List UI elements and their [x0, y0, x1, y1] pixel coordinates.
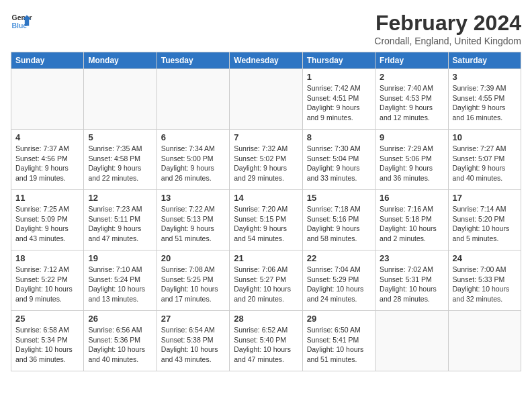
- day-number: 27: [161, 314, 225, 324]
- day-number: 8: [307, 132, 371, 142]
- calendar-cell: 6Sunrise: 7:34 AM Sunset: 5:00 PM Daylig…: [157, 130, 229, 190]
- calendar-cell: 28Sunrise: 6:52 AM Sunset: 5:40 PM Dayli…: [230, 311, 302, 371]
- day-info: Sunrise: 7:30 AM Sunset: 5:04 PM Dayligh…: [307, 144, 371, 183]
- calendar-cell: 10Sunrise: 7:27 AM Sunset: 5:07 PM Dayli…: [448, 130, 521, 190]
- month-title: February 2024: [374, 11, 521, 36]
- calendar-cell: [448, 311, 521, 371]
- calendar-cell: [84, 69, 157, 130]
- day-number: 16: [380, 193, 443, 203]
- logo-icon: General Blue: [11, 11, 32, 32]
- calendar-header-row: SundayMondayTuesdayWednesdayThursdayFrid…: [11, 52, 521, 69]
- location-subtitle: Crondall, England, United Kingdom: [374, 36, 521, 46]
- day-info: Sunrise: 6:50 AM Sunset: 5:41 PM Dayligh…: [307, 325, 371, 365]
- day-number: 10: [453, 132, 517, 142]
- day-info: Sunrise: 7:14 AM Sunset: 5:20 PM Dayligh…: [453, 204, 517, 244]
- calendar-cell: 11Sunrise: 7:25 AM Sunset: 5:09 PM Dayli…: [11, 190, 84, 250]
- day-info: Sunrise: 7:16 AM Sunset: 5:18 PM Dayligh…: [380, 204, 443, 244]
- calendar-cell: [11, 69, 84, 130]
- calendar-cell: 14Sunrise: 7:20 AM Sunset: 5:15 PM Dayli…: [230, 190, 302, 250]
- day-number: 29: [307, 314, 371, 324]
- day-info: Sunrise: 7:00 AM Sunset: 5:33 PM Dayligh…: [453, 265, 517, 304]
- calendar-cell: 20Sunrise: 7:08 AM Sunset: 5:25 PM Dayli…: [157, 250, 229, 311]
- calendar-cell: 23Sunrise: 7:02 AM Sunset: 5:31 PM Dayli…: [375, 250, 448, 311]
- calendar-cell: 29Sunrise: 6:50 AM Sunset: 5:41 PM Dayli…: [302, 311, 375, 371]
- day-info: Sunrise: 7:06 AM Sunset: 5:27 PM Dayligh…: [234, 265, 298, 304]
- calendar-day-header: Wednesday: [230, 52, 302, 69]
- calendar-table: SundayMondayTuesdayWednesdayThursdayFrid…: [11, 52, 521, 371]
- day-info: Sunrise: 7:42 AM Sunset: 4:51 PM Dayligh…: [307, 83, 371, 123]
- day-info: Sunrise: 7:35 AM Sunset: 4:58 PM Dayligh…: [88, 144, 152, 183]
- title-block: February 2024 Crondall, England, United …: [374, 11, 521, 46]
- calendar-day-header: Tuesday: [157, 52, 229, 69]
- calendar-cell: 1Sunrise: 7:42 AM Sunset: 4:51 PM Daylig…: [302, 69, 375, 130]
- day-number: 25: [15, 314, 79, 324]
- day-info: Sunrise: 7:29 AM Sunset: 5:06 PM Dayligh…: [380, 144, 443, 183]
- calendar-cell: [157, 69, 229, 130]
- day-number: 9: [380, 132, 443, 142]
- day-info: Sunrise: 7:20 AM Sunset: 5:15 PM Dayligh…: [234, 204, 298, 244]
- calendar-cell: 27Sunrise: 6:54 AM Sunset: 5:38 PM Dayli…: [157, 311, 229, 371]
- day-info: Sunrise: 7:12 AM Sunset: 5:22 PM Dayligh…: [15, 265, 79, 304]
- calendar-cell: 15Sunrise: 7:18 AM Sunset: 5:16 PM Dayli…: [302, 190, 375, 250]
- calendar-cell: 21Sunrise: 7:06 AM Sunset: 5:27 PM Dayli…: [230, 250, 302, 311]
- calendar-cell: [230, 69, 302, 130]
- day-info: Sunrise: 7:39 AM Sunset: 4:55 PM Dayligh…: [453, 83, 517, 123]
- day-info: Sunrise: 7:02 AM Sunset: 5:31 PM Dayligh…: [380, 265, 443, 304]
- day-info: Sunrise: 7:22 AM Sunset: 5:13 PM Dayligh…: [161, 204, 225, 244]
- calendar-cell: 17Sunrise: 7:14 AM Sunset: 5:20 PM Dayli…: [448, 190, 521, 250]
- day-info: Sunrise: 7:08 AM Sunset: 5:25 PM Dayligh…: [161, 265, 225, 304]
- calendar-cell: 8Sunrise: 7:30 AM Sunset: 5:04 PM Daylig…: [302, 130, 375, 190]
- calendar-cell: 22Sunrise: 7:04 AM Sunset: 5:29 PM Dayli…: [302, 250, 375, 311]
- day-info: Sunrise: 6:58 AM Sunset: 5:34 PM Dayligh…: [15, 325, 79, 365]
- calendar-cell: 3Sunrise: 7:39 AM Sunset: 4:55 PM Daylig…: [448, 69, 521, 130]
- day-number: 17: [453, 193, 517, 203]
- day-info: Sunrise: 7:04 AM Sunset: 5:29 PM Dayligh…: [307, 265, 371, 304]
- calendar-cell: 5Sunrise: 7:35 AM Sunset: 4:58 PM Daylig…: [84, 130, 157, 190]
- calendar-cell: 26Sunrise: 6:56 AM Sunset: 5:36 PM Dayli…: [84, 311, 157, 371]
- calendar-week-row: 25Sunrise: 6:58 AM Sunset: 5:34 PM Dayli…: [11, 311, 521, 371]
- calendar-cell: 25Sunrise: 6:58 AM Sunset: 5:34 PM Dayli…: [11, 311, 84, 371]
- day-number: 4: [15, 132, 79, 142]
- calendar-day-header: Saturday: [448, 52, 521, 69]
- day-info: Sunrise: 7:18 AM Sunset: 5:16 PM Dayligh…: [307, 204, 371, 244]
- day-number: 12: [88, 193, 152, 203]
- calendar-cell: 9Sunrise: 7:29 AM Sunset: 5:06 PM Daylig…: [375, 130, 448, 190]
- day-info: Sunrise: 6:54 AM Sunset: 5:38 PM Dayligh…: [161, 325, 225, 365]
- day-number: 2: [380, 72, 443, 82]
- day-number: 18: [15, 253, 79, 263]
- day-info: Sunrise: 6:56 AM Sunset: 5:36 PM Dayligh…: [88, 325, 152, 365]
- day-number: 7: [234, 132, 298, 142]
- calendar-cell: [375, 311, 448, 371]
- calendar-cell: 2Sunrise: 7:40 AM Sunset: 4:53 PM Daylig…: [375, 69, 448, 130]
- day-info: Sunrise: 7:23 AM Sunset: 5:11 PM Dayligh…: [88, 204, 152, 244]
- day-number: 3: [453, 72, 517, 82]
- calendar-day-header: Sunday: [11, 52, 84, 69]
- calendar-cell: 12Sunrise: 7:23 AM Sunset: 5:11 PM Dayli…: [84, 190, 157, 250]
- day-number: 6: [161, 132, 225, 142]
- day-number: 11: [15, 193, 79, 203]
- day-info: Sunrise: 7:37 AM Sunset: 4:56 PM Dayligh…: [15, 144, 79, 183]
- day-info: Sunrise: 7:25 AM Sunset: 5:09 PM Dayligh…: [15, 204, 79, 244]
- day-number: 22: [307, 253, 371, 263]
- calendar-cell: 13Sunrise: 7:22 AM Sunset: 5:13 PM Dayli…: [157, 190, 229, 250]
- day-number: 19: [88, 253, 152, 263]
- calendar-cell: 16Sunrise: 7:16 AM Sunset: 5:18 PM Dayli…: [375, 190, 448, 250]
- day-number: 26: [88, 314, 152, 324]
- calendar-week-row: 18Sunrise: 7:12 AM Sunset: 5:22 PM Dayli…: [11, 250, 521, 311]
- calendar-cell: 19Sunrise: 7:10 AM Sunset: 5:24 PM Dayli…: [84, 250, 157, 311]
- page-header: General Blue February 2024 Crondall, Eng…: [11, 11, 521, 46]
- calendar-week-row: 4Sunrise: 7:37 AM Sunset: 4:56 PM Daylig…: [11, 130, 521, 190]
- calendar-day-header: Friday: [375, 52, 448, 69]
- day-info: Sunrise: 7:32 AM Sunset: 5:02 PM Dayligh…: [234, 144, 298, 183]
- calendar-cell: 7Sunrise: 7:32 AM Sunset: 5:02 PM Daylig…: [230, 130, 302, 190]
- day-number: 5: [88, 132, 152, 142]
- day-number: 20: [161, 253, 225, 263]
- logo: General Blue: [11, 11, 32, 32]
- day-number: 1: [307, 72, 371, 82]
- calendar-day-header: Thursday: [302, 52, 375, 69]
- day-number: 13: [161, 193, 225, 203]
- day-info: Sunrise: 7:34 AM Sunset: 5:00 PM Dayligh…: [161, 144, 225, 183]
- calendar-day-header: Monday: [84, 52, 157, 69]
- calendar-cell: 24Sunrise: 7:00 AM Sunset: 5:33 PM Dayli…: [448, 250, 521, 311]
- day-number: 21: [234, 253, 298, 263]
